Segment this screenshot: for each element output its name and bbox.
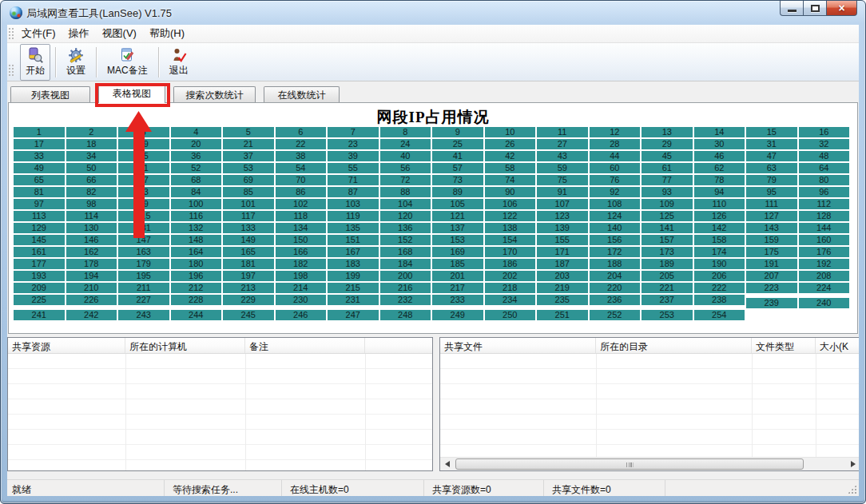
scroll-left-button[interactable]: [440, 458, 454, 470]
ip-cell: 107: [537, 199, 588, 209]
ip-cell: 26: [485, 139, 536, 149]
ip-cell: 132: [171, 223, 222, 233]
ip-cell: 55: [328, 163, 379, 173]
minimize-button[interactable]: [780, 1, 803, 16]
maximize-icon: [811, 5, 820, 12]
ip-cell: 35: [118, 151, 169, 161]
ip-cell: 239: [746, 298, 797, 308]
column-header-note[interactable]: 备注: [245, 338, 365, 353]
ip-cell: 50: [66, 163, 117, 173]
shared-resources-list[interactable]: [8, 354, 432, 470]
ip-cell: 72: [380, 175, 431, 185]
menu-action[interactable]: 操作: [62, 25, 96, 42]
ip-grid: 1234567891011121314151617181920212223242…: [14, 127, 849, 317]
ip-cell: 196: [171, 271, 222, 281]
ip-cell: 100: [171, 199, 222, 209]
ip-cell: 219: [537, 283, 588, 293]
menu-view[interactable]: 视图(V): [96, 25, 143, 42]
menu-help[interactable]: 帮助(H): [143, 25, 191, 42]
ip-cell: 6: [276, 127, 327, 137]
ip-cell: 29: [642, 139, 693, 149]
ip-cell: 184: [380, 259, 431, 269]
ip-cell: 210: [66, 283, 117, 293]
window-title: 局域网查看工具(LanSee) V1.75: [26, 6, 172, 21]
ip-cell: 14: [694, 127, 745, 137]
settings-button-label: 设置: [66, 64, 85, 77]
ip-cell: 230: [276, 295, 327, 305]
maximize-button[interactable]: [803, 1, 826, 16]
ip-cell: 111: [746, 199, 797, 209]
ip-cell: 135: [328, 223, 379, 233]
ip-cell: 192: [799, 259, 850, 269]
ip-cell: 68: [171, 175, 222, 185]
ip-cell: 52: [171, 163, 222, 173]
ip-cell: 105: [432, 199, 483, 209]
ip-cell: 213: [223, 283, 274, 293]
ip-cell: 168: [380, 247, 431, 257]
ip-cell: 4: [171, 127, 222, 137]
panel-splitter[interactable]: [433, 337, 439, 471]
column-header-shared-file[interactable]: 共享文件: [440, 338, 596, 353]
titlebar[interactable]: 局域网查看工具(LanSee) V1.75 ×: [1, 1, 865, 25]
ip-cell: 251: [537, 310, 588, 320]
ip-cell: 242: [66, 310, 117, 320]
ip-cell: 216: [380, 283, 431, 293]
ip-cell: 113: [14, 211, 65, 221]
minimize-icon: [788, 10, 796, 12]
ip-cell: 71: [328, 175, 379, 185]
ip-cell: 127: [746, 211, 797, 221]
ip-cell: 148: [171, 235, 222, 245]
ip-cell: 245: [223, 310, 274, 320]
ip-cell: 172: [590, 247, 641, 257]
tab-list-view[interactable]: 列表视图: [10, 86, 90, 103]
ip-cell: 139: [537, 223, 588, 233]
settings-button[interactable]: 设置: [61, 44, 91, 81]
ip-cell: 144: [799, 223, 850, 233]
ip-cell: 56: [380, 163, 431, 173]
ip-cell: 97: [14, 199, 65, 209]
ip-cell: 231: [328, 295, 379, 305]
tab-online-count-stats[interactable]: 在线数统计: [264, 86, 340, 103]
ip-cell: 253: [642, 310, 693, 320]
ip-cell: 53: [223, 163, 274, 173]
ip-cell: 33: [14, 151, 65, 161]
ip-cell: 228: [171, 295, 222, 305]
ip-cell: 120: [380, 211, 431, 221]
shared-files-list[interactable]: [440, 354, 859, 457]
ip-cell: 108: [590, 199, 641, 209]
ip-cell: 198: [276, 271, 327, 281]
column-header-size[interactable]: 大小(K: [816, 338, 859, 353]
ip-cell: 74: [485, 175, 536, 185]
ip-cell: 224: [799, 283, 850, 293]
ip-cell: 155: [537, 235, 588, 245]
column-header-file-type[interactable]: 文件类型: [752, 338, 816, 353]
tab-table-view[interactable]: 表格视图: [98, 84, 165, 103]
start-button[interactable]: 开始: [20, 44, 50, 81]
ip-cell: 160: [799, 235, 850, 245]
ip-cell: 223: [746, 283, 797, 293]
column-header-directory[interactable]: 所在的目录: [596, 338, 752, 353]
ip-cell: 126: [694, 211, 745, 221]
ip-cell: 175: [746, 247, 797, 257]
ip-cell: 45: [642, 151, 693, 161]
ip-cell: 44: [590, 151, 641, 161]
ip-cell: 67: [118, 175, 169, 185]
ip-cell: 154: [485, 235, 536, 245]
mac-note-button[interactable]: MAC备注: [101, 44, 153, 81]
ip-cell: 151: [328, 235, 379, 245]
menu-file[interactable]: 文件(F): [15, 25, 62, 42]
ip-cell: 222: [694, 283, 745, 293]
toolbar-gripper-icon: [9, 65, 14, 77]
close-button[interactable]: ×: [826, 1, 857, 16]
scroll-right-button[interactable]: [846, 458, 859, 470]
ip-cell: 182: [276, 259, 327, 269]
scrollbar-thumb[interactable]: [455, 458, 804, 470]
ip-cell: 173: [642, 247, 693, 257]
column-header-shared-resource[interactable]: 共享资源: [8, 338, 125, 353]
exit-button[interactable]: 退出: [164, 44, 194, 81]
horizontal-scrollbar[interactable]: [440, 457, 859, 470]
ip-cell: 146: [66, 235, 117, 245]
ip-cell: 170: [485, 247, 536, 257]
column-header-host-computer[interactable]: 所在的计算机: [125, 338, 245, 353]
tab-search-count-stats[interactable]: 搜索次数统计: [173, 86, 256, 103]
